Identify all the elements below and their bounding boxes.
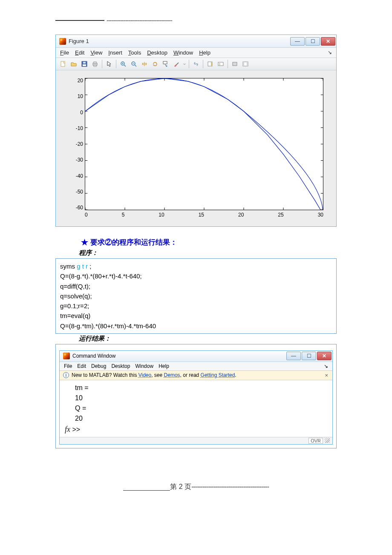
code-line: g=0.1;r=2;: [60, 301, 332, 311]
output-line: 10: [65, 393, 328, 403]
cmd-maximize-button[interactable]: ☐: [302, 352, 316, 360]
matlab-figure-icon: [59, 38, 66, 45]
y-axis-labels: 20 10 0 -10 -20 -30 -40 -50 -60: [70, 78, 83, 210]
brush-icon[interactable]: [172, 59, 181, 69]
cmd-title-text: Command Window: [72, 353, 115, 359]
svg-point-16: [166, 66, 167, 67]
figure-titlebar: Figure 1 — ☐ ✕: [56, 35, 336, 48]
new-icon[interactable]: [58, 59, 68, 69]
pan-icon[interactable]: [140, 59, 149, 69]
cmd-infobar: i New to MATLAB? Watch this Video, see D…: [60, 371, 332, 380]
svg-line-15: [165, 64, 166, 66]
link-icon[interactable]: [191, 59, 201, 69]
hide-plot-tools-icon[interactable]: [230, 59, 239, 69]
cmd-menu-file[interactable]: File: [64, 363, 72, 369]
prompt-line[interactable]: fx >>: [65, 424, 328, 435]
infobar-close-icon[interactable]: ×: [324, 372, 329, 379]
code-line: Q=(8-g.*t).*(80+r.*t)-4.*t-640;: [60, 271, 332, 281]
open-icon[interactable]: [69, 59, 78, 69]
x-axis-labels: 0 5 10 15 20 25 30: [85, 212, 323, 218]
info-text: New to MATLAB? Watch this Video, see Dem…: [72, 372, 236, 378]
code-line: syms g t r ;: [60, 261, 332, 271]
menu-insert[interactable]: Insert: [108, 49, 122, 56]
brush-dropdown-icon[interactable]: [182, 59, 187, 69]
figure-menubar: File Edit View Insert Tools Desktop Wind…: [56, 48, 336, 58]
show-plot-tools-icon[interactable]: [241, 59, 250, 69]
close-button[interactable]: ✕: [321, 37, 335, 46]
cmd-menu-help[interactable]: Help: [159, 363, 169, 369]
svg-rect-2: [83, 64, 86, 66]
output-line: 20: [65, 413, 328, 424]
section-heading: ★ 要求②的程序和运行结果：: [81, 237, 337, 247]
svg-rect-0: [61, 61, 65, 66]
cmd-minimize-button[interactable]: —: [286, 352, 301, 360]
menu-window[interactable]: Window: [173, 49, 193, 56]
top-dash-line: ----------------------------------------…: [55, 17, 337, 24]
insert-legend-icon[interactable]: [216, 59, 225, 69]
link-demos[interactable]: Demos: [164, 372, 180, 378]
cmd-menu-desktop[interactable]: Desktop: [111, 363, 130, 369]
cmd-dock-icon[interactable]: ↘: [324, 363, 328, 369]
page-footer: ________________第 2 页-------------------…: [55, 483, 337, 491]
code-line: tm=eval(q): [60, 311, 332, 321]
code-line: q=solve(q);: [60, 291, 332, 301]
axes: [85, 78, 323, 210]
svg-rect-19: [211, 62, 212, 66]
cmd-menu-window[interactable]: Window: [135, 363, 153, 369]
svg-rect-14: [163, 61, 167, 64]
matlab-icon: [63, 353, 70, 359]
figure-window: Figure 1 — ☐ ✕ File Edit View Insert Too…: [55, 35, 337, 227]
info-icon: i: [63, 372, 69, 378]
cmd-menu-debug[interactable]: Debug: [91, 363, 106, 369]
program-subhead: 程序：: [79, 249, 337, 257]
data-cursor-icon[interactable]: [161, 59, 170, 69]
svg-rect-6: [94, 65, 96, 66]
menu-view[interactable]: View: [90, 49, 102, 56]
svg-rect-23: [233, 62, 237, 66]
svg-rect-25: [243, 62, 244, 66]
link-video[interactable]: Video: [138, 372, 151, 378]
code-box: syms g t r ; Q=(8-g.*t).*(80+r.*t)-4.*t-…: [55, 258, 337, 334]
rotate-icon[interactable]: [150, 59, 160, 69]
dock-icon[interactable]: ↘: [328, 49, 332, 56]
cmd-statusbar: OVR: [60, 437, 332, 444]
menu-file[interactable]: File: [60, 49, 69, 56]
svg-line-12: [135, 65, 136, 66]
menu-edit[interactable]: Edit: [75, 49, 84, 56]
maximize-button[interactable]: ☐: [306, 37, 320, 46]
svg-line-17: [176, 63, 179, 65]
cmd-titlebar: Command Window — ☐ ✕: [60, 351, 332, 362]
ovr-indicator: OVR: [308, 438, 323, 444]
insert-colorbar-icon[interactable]: [205, 59, 215, 69]
figure-title: Figure 1: [69, 38, 89, 44]
minimize-button[interactable]: —: [290, 37, 305, 46]
pointer-icon[interactable]: [104, 59, 114, 69]
fx-icon[interactable]: fx: [65, 425, 70, 434]
menu-tools[interactable]: Tools: [128, 49, 141, 56]
menu-help[interactable]: Help: [199, 49, 210, 56]
plot-line: [85, 78, 323, 210]
output-line: tm =: [65, 383, 328, 393]
cmd-close-button[interactable]: ✕: [317, 352, 331, 360]
cmd-body[interactable]: tm = 10 Q = 20 fx >>: [60, 380, 332, 437]
print-icon[interactable]: [90, 59, 100, 69]
output-line: Q =: [65, 403, 328, 413]
resize-grip-icon[interactable]: [325, 438, 330, 443]
command-window: Command Window — ☐ ✕ File Edit Debug Des…: [59, 350, 333, 445]
svg-rect-5: [94, 62, 96, 63]
cmd-menubar: File Edit Debug Desktop Window Help ↘: [60, 362, 332, 371]
svg-rect-3: [83, 62, 86, 64]
cmd-menu-edit[interactable]: Edit: [77, 363, 86, 369]
save-icon[interactable]: [80, 59, 89, 69]
menu-desktop[interactable]: Desktop: [147, 49, 167, 56]
link-getting-started[interactable]: Getting Started: [201, 372, 235, 378]
figure-toolbar: [56, 58, 336, 70]
zoom-out-icon[interactable]: [129, 59, 138, 69]
svg-line-8: [124, 65, 126, 66]
zoom-in-icon[interactable]: [118, 59, 128, 69]
svg-rect-20: [218, 62, 223, 66]
code-line: q=diff(Q,t);: [60, 281, 332, 291]
code-line: Q=(8-g.*tm).*(80+r.*tm)-4.*tm-640: [60, 321, 332, 331]
svg-rect-26: [247, 62, 248, 66]
svg-rect-4: [93, 63, 97, 65]
